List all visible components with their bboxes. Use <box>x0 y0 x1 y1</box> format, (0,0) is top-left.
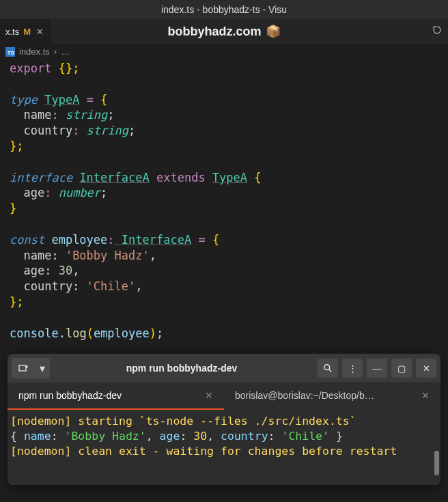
window-title: index.ts - bobbyhadz-ts - Visu <box>0 0 448 19</box>
tab-close-icon[interactable]: ✕ <box>35 25 45 38</box>
editor-tab[interactable]: x.ts M ✕ <box>0 19 51 44</box>
header-site: bobbyhadz.com 📦 <box>167 24 280 39</box>
terminal-tab-2[interactable]: borislav@borislav:~/Desktop/b… ✕ <box>224 382 440 410</box>
terminal-window: ▾ npm run bobbyhadz-dev ⋮ — ▢ ✕ npm run … <box>8 354 440 485</box>
terminal-tab-2-label: borislav@borislav:~/Desktop/b… <box>235 390 374 401</box>
breadcrumb-sep: › <box>54 46 57 57</box>
tab-filename: x.ts <box>5 27 19 37</box>
breadcrumb-more: … <box>61 46 70 57</box>
terminal-tab-1[interactable]: npm run bobbyhadz-dev ✕ <box>8 382 224 410</box>
terminal-tab-1-label: npm run bobbyhadz-dev <box>18 390 122 401</box>
new-tab-button[interactable] <box>12 358 35 378</box>
svg-point-3 <box>324 365 330 370</box>
code-editor[interactable]: export {}; type TypeA = { name: string; … <box>0 59 448 342</box>
tab-bar: x.ts M ✕ bobbyhadz.com 📦 <box>0 19 448 44</box>
menu-button[interactable]: ⋮ <box>342 359 363 378</box>
box-icon: 📦 <box>266 24 281 39</box>
svg-rect-0 <box>19 365 26 371</box>
breadcrumb[interactable]: TS index.ts › … <box>0 44 448 59</box>
terminal-dropdown-icon[interactable]: ▾ <box>35 358 50 378</box>
breadcrumb-file: index.ts <box>19 46 50 57</box>
terminal-output[interactable]: [nodemon] starting `ts-node --files ./sr… <box>8 410 440 485</box>
search-button[interactable] <box>318 359 338 378</box>
header-action-icon[interactable] <box>432 25 443 38</box>
close-button[interactable]: ✕ <box>416 359 436 378</box>
typescript-icon: TS <box>5 47 15 57</box>
terminal-tabs: npm run bobbyhadz-dev ✕ borislav@borisla… <box>8 382 440 410</box>
maximize-button[interactable]: ▢ <box>391 359 412 378</box>
minimize-button[interactable]: — <box>367 359 387 378</box>
terminal-tab-1-close-icon[interactable]: ✕ <box>205 390 213 401</box>
svg-line-4 <box>329 369 332 372</box>
terminal-title: npm run bobbyhadz-dev <box>50 363 313 374</box>
site-label: bobbyhadz.com <box>167 25 261 39</box>
terminal-tab-2-close-icon[interactable]: ✕ <box>421 390 430 401</box>
terminal-scrollbar[interactable] <box>434 451 439 475</box>
terminal-header: ▾ npm run bobbyhadz-dev ⋮ — ▢ ✕ <box>8 354 440 382</box>
tab-modified-indicator: M <box>23 27 31 37</box>
